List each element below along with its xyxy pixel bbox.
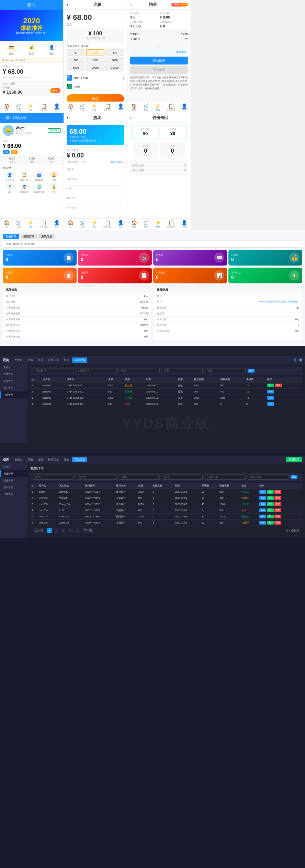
reject-btn-2[interactable]: 拒绝 (274, 496, 281, 500)
rnav-market[interactable]: 🛒市场 (80, 103, 86, 112)
page-2-btn[interactable]: 2 (54, 528, 59, 533)
edit-btn[interactable]: 编辑 (259, 515, 266, 518)
payment-bank[interactable]: 🏦 银行卡充值 ● (67, 74, 124, 82)
sidebar2-users[interactable]: 用户管理 (0, 484, 27, 491)
dash-tab-system[interactable]: 系统信息 (38, 234, 55, 239)
tsnav-orders[interactable]: ⚡抢单 (155, 220, 161, 228)
filter2-amount[interactable] (119, 474, 160, 480)
udnav-home[interactable]: 🏠首页 (4, 220, 10, 228)
wdnav-orders[interactable]: ⚡抢单 (91, 220, 97, 228)
recharge-btn[interactable]: 充值 (50, 88, 60, 93)
dash-tab-recharge[interactable]: 充值订单 (3, 234, 19, 239)
amount-200[interactable]: 200 (105, 49, 124, 56)
service-notice[interactable]: 🔔公告 (47, 171, 61, 182)
wd-back[interactable]: ‹ (67, 116, 68, 120)
filter2-start[interactable] (205, 474, 246, 480)
tsnav-market[interactable]: 🛒市场 (143, 220, 149, 228)
nav-market[interactable]: 🛒市场 (16, 103, 22, 112)
add-record-btn[interactable]: 新增记录 (286, 457, 302, 462)
sidebar-recharge[interactable]: 充值管理 (0, 371, 27, 378)
reject-btn-2[interactable]: 拒绝 (274, 508, 281, 512)
admin-settings-icon[interactable]: ⚙️ (299, 359, 302, 362)
next-page-btn[interactable]: 下一页 (82, 528, 94, 533)
approve-btn-2[interactable]: 通过 (267, 496, 274, 500)
reject-btn-2[interactable]: 拒绝 (274, 515, 281, 518)
search-button-2[interactable]: 搜索 (291, 475, 297, 479)
tsnav-history[interactable]: 📋任务记录 (167, 220, 175, 228)
wdnav-home[interactable]: 🏠首页 (68, 220, 74, 228)
filter2-username[interactable] (76, 474, 117, 480)
edit-btn[interactable]: 编辑 (259, 490, 266, 494)
reject-btn-2[interactable]: 拒绝 (274, 502, 281, 506)
edit-btn[interactable]: 编辑 (259, 508, 266, 512)
admin2-tab-main[interactable]: 主控台 (12, 457, 25, 462)
service-security[interactable]: 🔒安全 (47, 183, 61, 194)
filter2-account[interactable] (33, 474, 74, 480)
wd-bank-input[interactable] (67, 171, 124, 174)
sidebar2-recharge[interactable]: 充值管理 (0, 470, 27, 477)
sidebar2-main[interactable]: 主控台 (0, 464, 27, 470)
page-4-btn[interactable]: 4 (68, 528, 73, 533)
sidebar2-withdraw[interactable]: 提现管理 (0, 477, 27, 484)
rnav-home[interactable]: 🏠首页 (68, 103, 74, 112)
dash-tab-withdraw[interactable]: 提现订单 (21, 234, 37, 239)
amount-50[interactable]: 50 (67, 49, 85, 56)
back-button[interactable]: ‹ (67, 2, 68, 8)
bnav-history[interactable]: 📋任务记录 (167, 103, 175, 112)
recharge-icon-item[interactable]: 💳 充值 (7, 43, 15, 56)
wdnav-profile[interactable]: 👤我的 (118, 220, 124, 228)
udnav-orders[interactable]: ⚡抢单 (27, 220, 33, 228)
service-invite[interactable]: 👥邀请好友 (33, 171, 46, 182)
filter2-end[interactable] (248, 474, 289, 480)
service-support[interactable]: 👨‍💼客服邮件 (18, 183, 31, 194)
udnav-market[interactable]: 🛒市场 (16, 220, 22, 228)
bid-back[interactable]: ‹ (130, 2, 132, 8)
admin-tab-recharge[interactable]: 充值 (25, 357, 35, 363)
manual-bid-button[interactable]: 手动抢单 (130, 66, 188, 74)
filter-end-date[interactable] (76, 368, 117, 373)
admin-tab-other[interactable]: 其他功能 (72, 357, 87, 363)
sidebar-main[interactable]: 主控台 (0, 364, 27, 371)
payment-usdt[interactable]: ₮ USDT ○ (67, 82, 124, 91)
admin-tab-report[interactable]: 报告 (62, 357, 71, 363)
detail-btn[interactable]: 详情 (267, 390, 274, 394)
bnav-market[interactable]: 🛒市场 (143, 103, 149, 112)
sidebar-orders[interactable]: 订单管理 (0, 391, 27, 398)
amount-10000[interactable]: 10000 (86, 64, 105, 71)
udnav-history[interactable]: 📋任务记录 (39, 220, 48, 228)
amount-500[interactable]: 500 (67, 57, 85, 63)
admin2-tab-recharge[interactable]: 充值 (25, 457, 35, 462)
bnav-profile[interactable]: 👤我的 (181, 103, 187, 112)
service-lang[interactable]: 🌐多语言支持 (33, 183, 46, 194)
approve-btn-2[interactable]: 通过 (267, 502, 274, 506)
withdraw-icon-item[interactable]: 💰 提现 (27, 43, 36, 56)
reject-btn-2[interactable]: 拒绝 (274, 521, 281, 525)
edit-btn[interactable]: 编辑 (259, 521, 266, 525)
rnav-profile[interactable]: 👤我的 (118, 103, 124, 112)
profile-icon-item[interactable]: 👤 我的 (48, 43, 56, 56)
approve-btn-2[interactable]: 通过 (267, 521, 274, 525)
admin-tab-records[interactable]: 往来记录 (46, 357, 61, 363)
reject-btn[interactable]: 拒绝 (275, 384, 282, 387)
date-filter-bar[interactable]: 选择日期段 到 选择日期 (3, 241, 302, 248)
sidebar-users[interactable]: 用户管理 (0, 385, 27, 391)
ts-back[interactable]: ‹ (130, 116, 132, 120)
detail-btn[interactable]: 详情 (267, 402, 274, 406)
approve-btn-2[interactable]: 通过 (267, 490, 274, 494)
page-5-btn[interactable]: 5 (75, 528, 80, 533)
admin-tab-main[interactable]: 主控台 (12, 357, 25, 363)
wd-phone-input[interactable] (67, 200, 124, 203)
admin2-tab-report[interactable]: 报告 (62, 457, 71, 462)
sidebar2-orders[interactable]: 订单管理 (0, 491, 27, 498)
wd-name-input[interactable] (67, 181, 124, 184)
admin2-tab-records[interactable]: 往来记录 (46, 457, 61, 462)
wd-email-input[interactable] (67, 210, 124, 213)
page-3-btn[interactable]: 3 (61, 528, 66, 533)
filter2-status[interactable] (162, 474, 203, 480)
admin2-tab-other[interactable]: 其他功能 (72, 457, 87, 462)
nav-home[interactable]: 🏠首页 (4, 103, 10, 112)
service-orders[interactable]: 📋我的订单 (18, 171, 31, 182)
nav-profile[interactable]: 👤我的 (54, 103, 60, 112)
tsnav-home[interactable]: 🏠首页 (131, 220, 137, 228)
rnav-orders[interactable]: ⚡抢单 (91, 103, 97, 112)
